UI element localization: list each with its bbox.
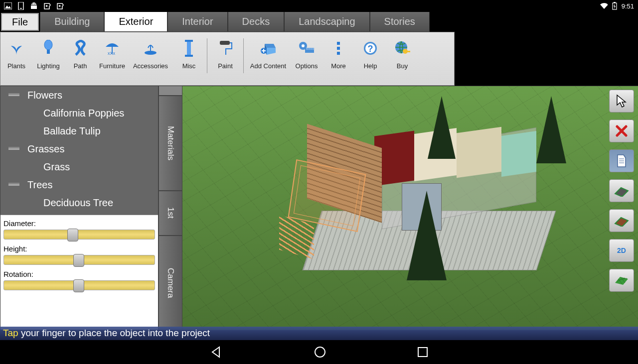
svg-rect-2	[18, 2, 23, 10]
menu-stories[interactable]: Stories	[370, 12, 430, 32]
svg-point-33	[315, 347, 325, 357]
nav-recent[interactable]	[417, 346, 429, 358]
tool-accessories[interactable]: Accessories	[128, 32, 173, 70]
diameter-slider[interactable]	[3, 230, 155, 240]
main-area: Flowers California Poppies Ballade Tulip…	[0, 86, 638, 330]
tool-more-label: More	[322, 62, 354, 70]
slider-thumb[interactable]	[73, 254, 84, 267]
android-icon	[30, 2, 38, 10]
menu-landscaping[interactable]: Landscaping	[284, 12, 369, 32]
tool-help[interactable]: ? Help	[354, 32, 386, 70]
plant-icon	[0, 37, 32, 59]
dock-terrain[interactable]	[609, 269, 634, 292]
document-icon	[616, 154, 628, 168]
roof-icon	[614, 215, 629, 227]
globe-key-icon	[386, 37, 418, 59]
diameter-label: Diameter:	[3, 219, 155, 228]
tree-flowers[interactable]: Flowers	[0, 86, 158, 104]
umbrella-icon: xXx	[96, 37, 128, 59]
tree-grass[interactable]: Grass	[0, 158, 158, 176]
svg-rect-23	[305, 48, 314, 53]
svg-point-5	[34, 3, 35, 4]
svg-rect-34	[418, 348, 427, 357]
terrain-grid-icon	[614, 275, 629, 286]
sliders-panel: Diameter: Height: Rotation:	[0, 215, 158, 330]
dock-delete[interactable]	[609, 120, 634, 142]
tool-plants[interactable]: Plants	[0, 32, 32, 70]
tool-options[interactable]: Options	[291, 32, 322, 70]
toolbar-separator	[243, 38, 244, 73]
toolbar-separator	[207, 38, 207, 73]
collapse-icon	[8, 95, 19, 96]
dock-2d[interactable]: 2D	[609, 239, 634, 262]
phone-icon	[17, 2, 25, 10]
menu-interior[interactable]: Interior	[167, 12, 227, 32]
tool-add-content[interactable]: Add Content	[246, 32, 291, 70]
box-plus-icon	[246, 37, 291, 59]
svg-rect-16	[187, 42, 191, 55]
dock-wall[interactable]	[609, 179, 634, 202]
svg-rect-26	[337, 52, 340, 55]
tool-misc[interactable]: Misc	[173, 32, 205, 70]
toolbar: Plants Lighting Path xXx Furniture Acces…	[0, 32, 455, 86]
menu-decks[interactable]: Decks	[228, 12, 285, 32]
svg-point-22	[302, 44, 305, 47]
rotation-slider[interactable]	[3, 280, 155, 290]
menu-exterior[interactable]: Exterior	[104, 12, 167, 32]
tool-path[interactable]: Path	[64, 32, 96, 70]
tool-furniture-label: Furniture	[96, 62, 128, 70]
nav-home[interactable]	[313, 345, 327, 359]
tool-path-label: Path	[64, 62, 96, 70]
delete-x-icon	[615, 124, 628, 137]
tree-trees-label: Trees	[27, 179, 52, 191]
height-label: Height:	[3, 244, 155, 253]
plant-tree: Flowers California Poppies Ballade Tulip…	[0, 86, 158, 215]
tree-trees[interactable]: Trees	[0, 176, 158, 194]
slider-thumb[interactable]	[67, 229, 78, 242]
tree-grasses[interactable]: Grasses	[0, 140, 158, 158]
menu-file[interactable]: File	[1, 13, 39, 31]
tool-lighting-label: Lighting	[32, 62, 64, 70]
menu-building[interactable]: Building	[40, 12, 104, 32]
svg-rect-18	[185, 55, 193, 57]
dock-pointer[interactable]	[609, 90, 634, 113]
tree-flowers-label: Flowers	[27, 90, 62, 101]
paint-roller-icon	[209, 37, 241, 59]
height-slider[interactable]	[3, 255, 155, 265]
side-tab-materials-label: Materials	[165, 126, 175, 160]
dock-document[interactable]	[609, 149, 634, 172]
tool-paint-label: Paint	[209, 62, 241, 70]
side-tab-collapse[interactable]	[159, 86, 182, 96]
nav-back[interactable]	[209, 345, 223, 359]
play-store-icon	[43, 2, 51, 10]
tool-misc-label: Misc	[173, 62, 205, 70]
svg-text:xXx: xXx	[108, 51, 116, 56]
side-tab-camera-label: Camera	[165, 268, 175, 298]
battery-charging-icon	[611, 2, 619, 10]
fountain-icon	[128, 37, 173, 59]
tool-furniture[interactable]: xXx Furniture	[96, 32, 128, 70]
ruler-icon	[291, 37, 322, 59]
dock-roof[interactable]	[609, 209, 634, 232]
slider-thumb[interactable]	[73, 279, 84, 292]
wifi-icon	[600, 2, 608, 10]
hint-highlight: Tap	[3, 328, 18, 338]
side-tab-1st-label: 1st	[165, 207, 175, 219]
svg-rect-12	[47, 50, 50, 54]
collapse-icon	[8, 148, 19, 150]
side-tab-1st[interactable]: 1st	[159, 191, 182, 236]
tree-ballade-tulip[interactable]: Ballade Tulip	[0, 122, 158, 140]
tool-lighting[interactable]: Lighting	[32, 32, 64, 70]
tool-paint[interactable]: Paint	[209, 32, 241, 70]
picture-icon	[4, 2, 12, 10]
tree-deciduous-tree[interactable]: Deciduous Tree	[0, 194, 158, 212]
side-tab-materials[interactable]: Materials	[159, 96, 182, 191]
hint-text: your finger to place the object into the…	[18, 328, 210, 338]
bulb-icon	[32, 37, 64, 59]
tool-more[interactable]: More	[322, 32, 354, 70]
side-tab-camera[interactable]: Camera	[159, 236, 182, 331]
tree-california-poppies[interactable]: California Poppies	[0, 104, 158, 122]
svg-marker-6	[46, 5, 48, 7]
tool-buy[interactable]: Buy	[386, 32, 418, 70]
3d-viewport[interactable]	[182, 86, 638, 330]
